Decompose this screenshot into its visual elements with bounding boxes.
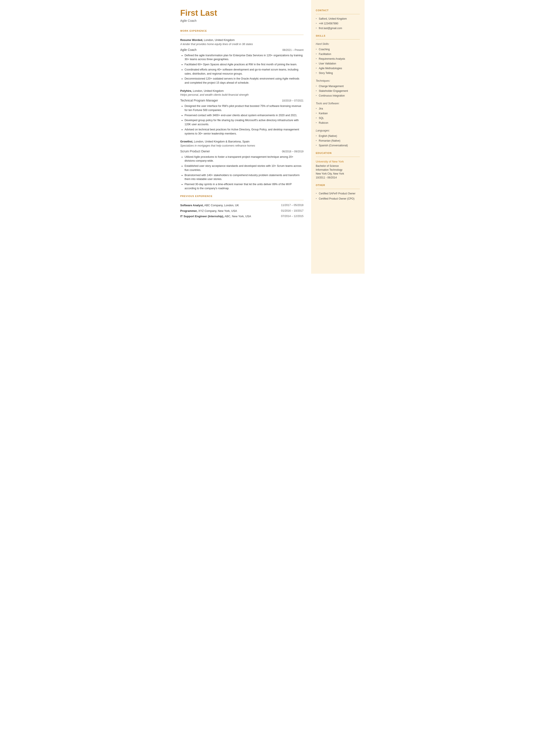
bullet-3-4: Planned 30-day sprints in a time-efficie… [185,182,304,190]
tool-kanban: Kanban [316,111,360,115]
bullet-3-2: Established user story acceptance standa… [185,164,304,172]
bullet-2-2: Preserved contact with 3400+ end-user cl… [185,113,304,118]
prev-job-3-company: ABC, New York, USA [224,215,251,218]
company-name-1: Resume Worded, [180,38,203,42]
other-title: OTHER [316,183,360,187]
lang-spanish: Spanish (Conversational) [316,144,360,147]
prev-job-2-left: Programmer, XYZ Company, New York, USA [180,209,237,213]
bullet-1-1: Defined the agile transformation plan fo… [185,53,304,62]
prev-job-1-dates: 11/2017 – 05/2018 [281,203,303,208]
job-role-1: Agile Coach [180,48,197,52]
prev-job-row-2: Programmer, XYZ Company, New York, USA 0… [180,209,304,213]
prev-job-row-1: Software Analyst, ABC Company, London, U… [180,203,304,208]
bullet-2-3: Developed group policy for file sharing … [185,118,304,126]
languages-list: English (Native) Romanian (Native) Spani… [316,134,360,147]
techniques-list: Change Management Stakeholder Engagement… [316,84,360,98]
skill-requirements: Requirements Analysis [316,57,360,61]
bullet-3-1: Utilized Agile procedures to foster a tr… [185,155,304,163]
work-divider [180,35,304,35]
right-column: CONTACT Salford, United Kingdom +44 1234… [311,0,365,274]
contact-section: CONTACT Salford, United Kingdom +44 1234… [316,9,360,30]
company-line-3: Growthsi, London, United Kingdom & Barce… [180,139,304,144]
company-name-2: Polyhire, [180,89,192,93]
skill-coaching: Coaching [316,47,360,51]
bullet-3-3: Brainstormed with 140+ stakeholders to c… [185,173,304,182]
company-desc-3: Specializes in mortgages that help custo… [180,144,304,148]
prev-job-3-left: IT Support Engineer (Internship), ABC, N… [180,214,251,218]
hard-skills-list: Coaching Facilitation Requirements Analy… [316,47,360,75]
prev-job-2-company: XYZ Company, New York, USA [198,209,237,212]
tool-rubicon: Rubicon [316,121,360,125]
job-dates-3: 06/2018 – 09/2019 [282,150,303,154]
job-header-1: Agile Coach 08/2021 – Present [180,48,304,52]
skills-divider [316,39,360,40]
job-title-header: Agile Coach [180,18,304,23]
bullet-2-1: Designed the user interface for RW's pil… [185,104,304,112]
prev-divider [180,200,304,200]
resume-page: First Last Agile Coach WORK EXPERIENCE R… [171,0,365,274]
bullet-1-2: Facilitated 60+ Open Spaces about Agile … [185,63,304,67]
bullet-list-1: Defined the agile transformation plan fo… [180,53,304,85]
prev-job-3-role: IT Support Engineer (Internship), [180,215,224,218]
job-role-2: Technical Program Manager [180,98,218,103]
tool-sql: SQL [316,116,360,120]
edu-dates: 10/2011 - 06/2014 [316,176,360,180]
hard-skills-label: Hard Skills: [316,42,360,46]
contact-title: CONTACT [316,9,360,12]
skill-agile: Agile Methodologies [316,66,360,70]
prev-job-1-company: ABC Company, London, UK [204,204,239,207]
techniques-label: Techniques: [316,79,360,83]
other-divider [316,189,360,189]
company-desc-2: Helps personal, and wealth clients build… [180,93,304,97]
bullet-2-4: Advised on technical best practices for … [185,127,304,136]
prev-job-1-role: Software Analyst, [180,204,204,207]
education-title: EDUCATION [316,151,360,155]
prev-exp-title: PREVIOUS EXPERIENCE [180,194,304,198]
company-line-2: Polyhire, London, United Kingdom [180,89,304,93]
job-header-3: Scrum Product Owner 06/2018 – 09/2019 [180,149,304,154]
other-section: OTHER Certified SAFe® Product Owner Cert… [316,183,360,201]
bullet-list-2: Designed the user interface for RW's pil… [180,104,304,136]
job-dates-2: 10/2019 – 07/2021 [282,99,303,102]
lang-english: English (Native) [316,134,360,138]
job-role-3: Scrum Product Owner [180,149,210,154]
job-block-2: Polyhire, London, United Kingdom Helps p… [180,89,304,136]
job-block-3: Growthsi, London, United Kingdom & Barce… [180,139,304,190]
bullet-1-4: Decommissioned 120+ outdated servers in … [185,77,304,85]
skill-storytelling: Story Telling [316,71,360,75]
other-item-1: Certified SAFe® Product Owner [316,192,360,195]
other-list: Certified SAFe® Product Owner Certified … [316,192,360,201]
job-dates-1: 08/2021 – Present [282,48,303,52]
prev-job-2-role: Programmer, [180,209,198,212]
prev-job-1-left: Software Analyst, ABC Company, London, U… [180,203,239,208]
work-experience-title: WORK EXPERIENCE [180,29,304,33]
edu-degree: Bachelor of Science [316,164,360,168]
company-line-1: Resume Worded, London, United Kingdom [180,38,304,42]
company-location-3: London, United Kingdom & Barcelona, Spai… [193,140,249,143]
prev-job-2-dates: 01/2016 – 10/2017 [281,209,303,213]
name: First Last [180,9,304,18]
tool-jira: Jira [316,107,360,111]
contact-address: Salford, United Kingdom [316,17,360,21]
edu-location: New York City, New York [316,172,360,176]
company-location-1: London, United Kingdom [203,38,235,42]
company-desc-1: A lender that provides home equity lines… [180,42,304,46]
bullet-list-3: Utilized Agile procedures to foster a tr… [180,155,304,190]
skill-user-validation: User Validation [316,62,360,66]
job-block-1: Resume Worded, London, United Kingdom A … [180,38,304,85]
other-item-2: Certified Product Owner (CPO) [316,197,360,201]
lang-romanian: Romanian (Native) [316,139,360,143]
edu-field: Information Technology [316,168,360,172]
tools-label: Tools and Software: [316,101,360,106]
previous-experience-section: PREVIOUS EXPERIENCE Software Analyst, AB… [180,194,304,218]
contact-phone: +44 1234567890 [316,21,360,25]
contact-list: Salford, United Kingdom +44 1234567890 f… [316,17,360,30]
job-header-2: Technical Program Manager 10/2019 – 07/2… [180,98,304,103]
bullet-1-3: Coordinated efforts among 40+ software d… [185,68,304,76]
prev-job-3-dates: 07/2014 – 12/2015 [281,214,303,218]
skill-facilitation: Facilitation [316,52,360,56]
technique-stakeholder: Stakeholder Engagement [316,89,360,93]
skills-title: SKILLS [316,34,360,38]
company-name-3: Growthsi, [180,140,193,143]
work-experience-section: WORK EXPERIENCE Resume Worded, London, U… [180,29,304,190]
